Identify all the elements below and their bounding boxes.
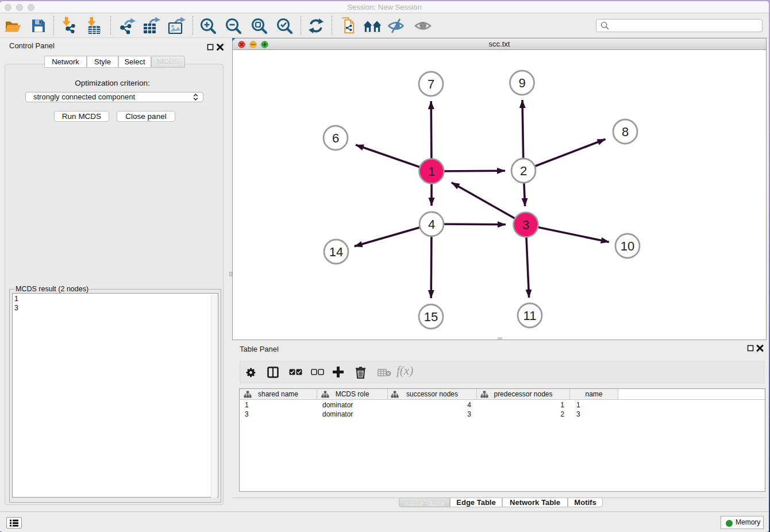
svg-text:7: 7 bbox=[428, 77, 434, 91]
svg-text:9: 9 bbox=[518, 76, 525, 90]
svg-text:6: 6 bbox=[332, 131, 339, 145]
svg-text:4: 4 bbox=[428, 217, 435, 232]
svg-text:14: 14 bbox=[329, 245, 343, 259]
svg-text:11: 11 bbox=[523, 309, 537, 323]
svg-text:15: 15 bbox=[424, 310, 438, 324]
svg-text:3: 3 bbox=[522, 218, 529, 232]
svg-text:2: 2 bbox=[520, 164, 527, 178]
svg-text:8: 8 bbox=[622, 125, 629, 139]
svg-text:10: 10 bbox=[621, 239, 634, 253]
svg-text:1: 1 bbox=[428, 164, 435, 179]
